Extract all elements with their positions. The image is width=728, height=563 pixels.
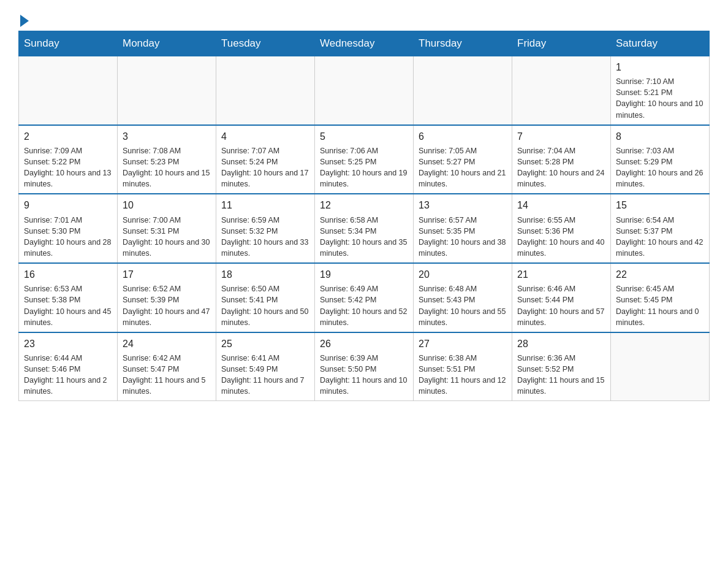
day-info: Sunrise: 6:57 AM Sunset: 5:35 PM Dayligh… [419, 215, 507, 259]
day-number: 12 [320, 198, 408, 212]
day-number: 28 [517, 337, 605, 351]
day-info: Sunrise: 6:36 AM Sunset: 5:52 PM Dayligh… [517, 353, 605, 397]
calendar-cell: 6Sunrise: 7:05 AM Sunset: 5:27 PM Daylig… [414, 125, 512, 194]
day-info: Sunrise: 7:04 AM Sunset: 5:28 PM Dayligh… [517, 145, 605, 190]
calendar-cell: 16Sunrise: 6:53 AM Sunset: 5:38 PM Dayli… [19, 263, 118, 332]
logo-arrow-icon [20, 15, 29, 27]
calendar-cell: 24Sunrise: 6:42 AM Sunset: 5:47 PM Dayli… [118, 332, 216, 401]
day-number: 10 [123, 198, 211, 212]
calendar-cell: 23Sunrise: 6:44 AM Sunset: 5:46 PM Dayli… [19, 332, 118, 401]
calendar-weekday-sunday: Sunday [19, 31, 118, 56]
calendar-header-row: SundayMondayTuesdayWednesdayThursdayFrid… [19, 31, 710, 56]
calendar-weekday-tuesday: Tuesday [216, 31, 315, 56]
day-info: Sunrise: 7:10 AM Sunset: 5:21 PM Dayligh… [616, 76, 704, 121]
day-info: Sunrise: 6:49 AM Sunset: 5:42 PM Dayligh… [320, 283, 408, 328]
calendar-cell: 3Sunrise: 7:08 AM Sunset: 5:23 PM Daylig… [118, 125, 216, 194]
calendar-cell [315, 56, 414, 125]
day-number: 14 [517, 198, 605, 212]
calendar-cell: 4Sunrise: 7:07 AM Sunset: 5:24 PM Daylig… [216, 125, 315, 194]
day-number: 5 [320, 129, 408, 144]
day-number: 16 [24, 267, 112, 282]
calendar-cell: 14Sunrise: 6:55 AM Sunset: 5:36 PM Dayli… [512, 194, 611, 263]
day-number: 3 [123, 129, 211, 144]
day-info: Sunrise: 7:06 AM Sunset: 5:25 PM Dayligh… [320, 145, 408, 190]
logo [18, 12, 29, 25]
day-number: 26 [320, 337, 408, 351]
calendar-weekday-thursday: Thursday [414, 31, 512, 56]
day-number: 27 [419, 337, 507, 351]
calendar-cell [19, 56, 118, 125]
calendar-cell: 1Sunrise: 7:10 AM Sunset: 5:21 PM Daylig… [611, 56, 710, 125]
calendar-weekday-monday: Monday [118, 31, 216, 56]
calendar-cell [512, 56, 611, 125]
day-number: 13 [419, 198, 507, 212]
calendar-cell: 17Sunrise: 6:52 AM Sunset: 5:39 PM Dayli… [118, 263, 216, 332]
day-info: Sunrise: 6:41 AM Sunset: 5:49 PM Dayligh… [221, 353, 309, 397]
calendar-week-row-2: 2Sunrise: 7:09 AM Sunset: 5:22 PM Daylig… [19, 125, 710, 194]
calendar-cell: 26Sunrise: 6:39 AM Sunset: 5:50 PM Dayli… [315, 332, 414, 401]
calendar-weekday-wednesday: Wednesday [315, 31, 414, 56]
page-header [18, 12, 710, 25]
calendar-cell: 21Sunrise: 6:46 AM Sunset: 5:44 PM Dayli… [512, 263, 611, 332]
calendar-cell: 18Sunrise: 6:50 AM Sunset: 5:41 PM Dayli… [216, 263, 315, 332]
day-number: 22 [616, 267, 704, 282]
day-info: Sunrise: 6:52 AM Sunset: 5:39 PM Dayligh… [123, 283, 211, 328]
day-number: 21 [517, 267, 605, 282]
day-number: 19 [320, 267, 408, 282]
calendar-cell: 15Sunrise: 6:54 AM Sunset: 5:37 PM Dayli… [611, 194, 710, 263]
calendar-cell: 13Sunrise: 6:57 AM Sunset: 5:35 PM Dayli… [414, 194, 512, 263]
day-info: Sunrise: 7:05 AM Sunset: 5:27 PM Dayligh… [419, 145, 507, 190]
calendar-table: SundayMondayTuesdayWednesdayThursdayFrid… [18, 31, 710, 401]
calendar-cell: 25Sunrise: 6:41 AM Sunset: 5:49 PM Dayli… [216, 332, 315, 401]
calendar-cell: 2Sunrise: 7:09 AM Sunset: 5:22 PM Daylig… [19, 125, 118, 194]
calendar-week-row-5: 23Sunrise: 6:44 AM Sunset: 5:46 PM Dayli… [19, 332, 710, 401]
day-number: 23 [24, 337, 112, 351]
calendar-cell: 9Sunrise: 7:01 AM Sunset: 5:30 PM Daylig… [19, 194, 118, 263]
day-info: Sunrise: 7:07 AM Sunset: 5:24 PM Dayligh… [221, 145, 309, 190]
calendar-cell: 10Sunrise: 7:00 AM Sunset: 5:31 PM Dayli… [118, 194, 216, 263]
day-info: Sunrise: 6:53 AM Sunset: 5:38 PM Dayligh… [24, 283, 112, 328]
calendar-cell: 12Sunrise: 6:58 AM Sunset: 5:34 PM Dayli… [315, 194, 414, 263]
day-number: 9 [24, 198, 112, 212]
day-number: 8 [616, 129, 704, 144]
calendar-cell [118, 56, 216, 125]
day-info: Sunrise: 6:50 AM Sunset: 5:41 PM Dayligh… [221, 283, 309, 328]
calendar-week-row-3: 9Sunrise: 7:01 AM Sunset: 5:30 PM Daylig… [19, 194, 710, 263]
calendar-cell: 8Sunrise: 7:03 AM Sunset: 5:29 PM Daylig… [611, 125, 710, 194]
day-info: Sunrise: 7:08 AM Sunset: 5:23 PM Dayligh… [123, 145, 211, 190]
calendar-cell: 22Sunrise: 6:45 AM Sunset: 5:45 PM Dayli… [611, 263, 710, 332]
day-info: Sunrise: 6:46 AM Sunset: 5:44 PM Dayligh… [517, 283, 605, 328]
calendar-week-row-1: 1Sunrise: 7:10 AM Sunset: 5:21 PM Daylig… [19, 56, 710, 125]
calendar-cell [611, 332, 710, 401]
day-number: 18 [221, 267, 309, 282]
day-info: Sunrise: 6:48 AM Sunset: 5:43 PM Dayligh… [419, 283, 507, 328]
calendar-cell: 19Sunrise: 6:49 AM Sunset: 5:42 PM Dayli… [315, 263, 414, 332]
day-number: 25 [221, 337, 309, 351]
day-info: Sunrise: 7:09 AM Sunset: 5:22 PM Dayligh… [24, 145, 112, 190]
day-number: 7 [517, 129, 605, 144]
day-number: 1 [616, 60, 704, 74]
day-number: 24 [123, 337, 211, 351]
day-info: Sunrise: 6:54 AM Sunset: 5:37 PM Dayligh… [616, 215, 704, 259]
calendar-cell: 20Sunrise: 6:48 AM Sunset: 5:43 PM Dayli… [414, 263, 512, 332]
day-info: Sunrise: 6:58 AM Sunset: 5:34 PM Dayligh… [320, 215, 408, 259]
day-info: Sunrise: 6:59 AM Sunset: 5:32 PM Dayligh… [221, 215, 309, 259]
calendar-weekday-saturday: Saturday [611, 31, 710, 56]
calendar-cell: 5Sunrise: 7:06 AM Sunset: 5:25 PM Daylig… [315, 125, 414, 194]
calendar-cell [414, 56, 512, 125]
day-number: 15 [616, 198, 704, 212]
day-info: Sunrise: 6:38 AM Sunset: 5:51 PM Dayligh… [419, 353, 507, 397]
day-info: Sunrise: 6:42 AM Sunset: 5:47 PM Dayligh… [123, 353, 211, 397]
day-info: Sunrise: 7:01 AM Sunset: 5:30 PM Dayligh… [24, 215, 112, 259]
day-number: 17 [123, 267, 211, 282]
calendar-week-row-4: 16Sunrise: 6:53 AM Sunset: 5:38 PM Dayli… [19, 263, 710, 332]
calendar-cell: 7Sunrise: 7:04 AM Sunset: 5:28 PM Daylig… [512, 125, 611, 194]
calendar-cell [216, 56, 315, 125]
day-number: 2 [24, 129, 112, 144]
calendar-cell: 27Sunrise: 6:38 AM Sunset: 5:51 PM Dayli… [414, 332, 512, 401]
day-info: Sunrise: 7:00 AM Sunset: 5:31 PM Dayligh… [123, 215, 211, 259]
day-number: 6 [419, 129, 507, 144]
day-info: Sunrise: 6:45 AM Sunset: 5:45 PM Dayligh… [616, 283, 704, 328]
day-info: Sunrise: 6:44 AM Sunset: 5:46 PM Dayligh… [24, 353, 112, 397]
day-number: 11 [221, 198, 309, 212]
